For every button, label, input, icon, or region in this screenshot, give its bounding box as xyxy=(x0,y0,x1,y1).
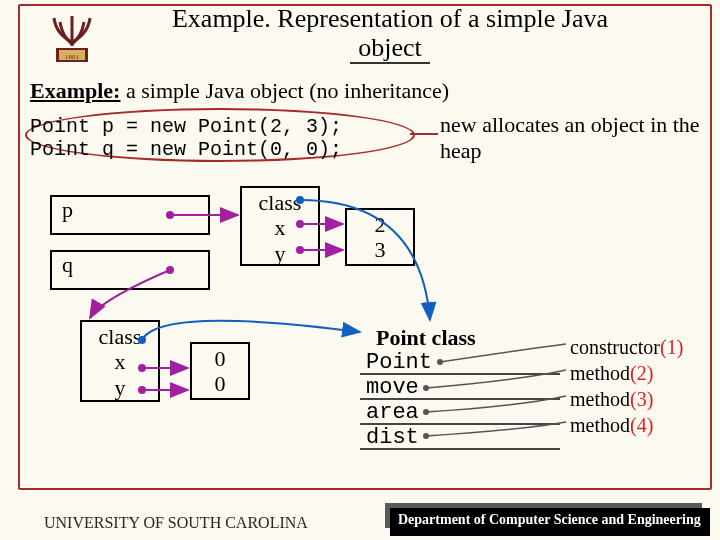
obj-class-label: class xyxy=(259,190,302,215)
title-line-1: Example. Representation of a simple Java xyxy=(172,4,608,33)
footer-department: Department of Computer Science and Engin… xyxy=(390,508,710,536)
variable-p-box: p xyxy=(50,195,210,235)
title-line-2: object xyxy=(350,34,430,65)
values-q-box: 0 0 xyxy=(190,342,250,400)
value-0b: 0 xyxy=(215,371,226,396)
annotation-text: new allocates an object in the heap xyxy=(440,112,700,164)
meth-2-num: (2) xyxy=(630,362,653,384)
object-q-box: class x y xyxy=(80,320,160,402)
underline-2 xyxy=(360,398,560,400)
meth-1: constructor xyxy=(570,336,660,358)
meth-4-num: (4) xyxy=(630,414,653,436)
obj-y-label: y xyxy=(275,241,286,266)
point-class-title: Point class xyxy=(376,325,476,351)
object-p-box: class x y xyxy=(240,186,320,266)
values-p-box: 2 3 xyxy=(345,208,415,266)
meth-2: method xyxy=(570,362,630,384)
example-text: a simple Java object (no inheritance) xyxy=(120,78,449,103)
p-label: p xyxy=(62,197,73,222)
underline-1 xyxy=(360,373,560,375)
value-2: 2 xyxy=(375,212,386,237)
value-0a: 0 xyxy=(215,346,226,371)
point-class-members: Point move area dist xyxy=(366,350,432,450)
underline-3 xyxy=(360,423,560,425)
example-line: Example: a simple Java object (no inheri… xyxy=(30,78,449,104)
meth-3-num: (3) xyxy=(630,388,653,410)
underline-4 xyxy=(360,448,560,450)
example-label: Example: xyxy=(30,78,120,103)
value-3: 3 xyxy=(375,237,386,262)
svg-text:1801: 1801 xyxy=(65,53,80,61)
code-snippet: Point p = new Point(2, 3); Point q = new… xyxy=(30,115,342,161)
obj-class-label-2: class xyxy=(99,324,142,349)
footer-university: UNIVERSITY OF SOUTH CAROLINA xyxy=(44,514,308,532)
meth-4: method xyxy=(570,414,630,436)
slide-title: Example. Representation of a simple Java… xyxy=(80,5,700,64)
meth-1-num: (1) xyxy=(660,336,683,358)
q-label: q xyxy=(62,252,73,277)
obj-x-label-2: x xyxy=(115,349,126,374)
meth-3: method xyxy=(570,388,630,410)
obj-y-label-2: y xyxy=(115,375,126,400)
method-list: constructor(1) method(2) method(3) metho… xyxy=(570,334,683,438)
obj-x-label: x xyxy=(275,215,286,240)
variable-q-box: q xyxy=(50,250,210,290)
